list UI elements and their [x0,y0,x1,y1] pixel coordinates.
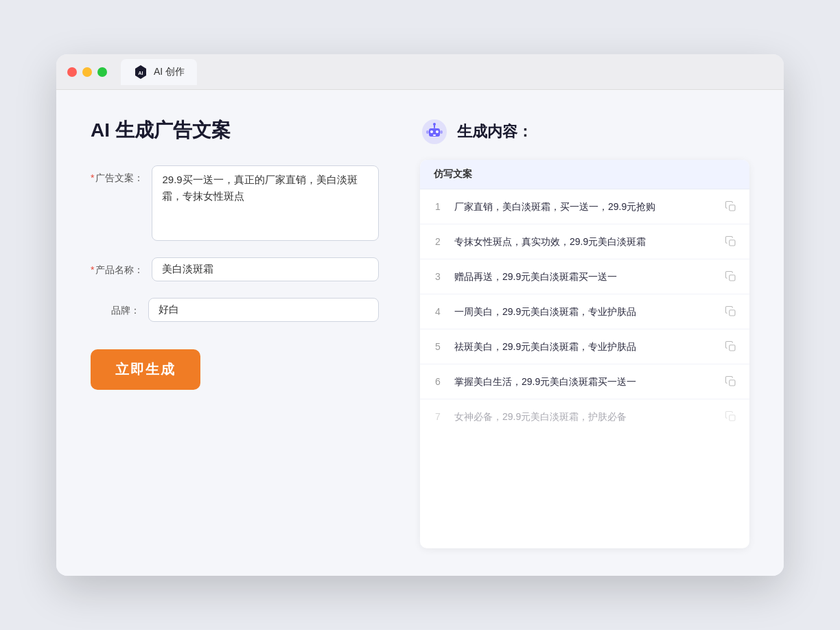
brand-input[interactable] [148,298,379,322]
result-row-5: 5 祛斑美白，29.9元美白淡斑霜，专业护肤品 [420,329,749,364]
brand-row: 品牌： [91,298,379,322]
row-number-6: 6 [431,376,445,387]
maximize-button[interactable] [97,67,107,77]
svg-rect-6 [433,135,436,136]
result-header: 生成内容： [420,117,749,146]
result-row-2: 2 专抹女性斑点，真实功效，29.9元美白淡斑霜 [420,224,749,259]
row-text-7: 女神必备，29.9元美白淡斑霜，护肤必备 [454,410,714,424]
result-table: 仿写文案 1 厂家直销，美白淡斑霜，买一送一，29.9元抢购 2 专抹 [420,160,749,548]
main-content: AI 生成广告文案 *广告文案： 29.9买一送一，真正的厂家直销，美白淡斑霜，… [56,90,784,576]
row-number-4: 4 [431,306,445,317]
ai-tab-icon: AI [133,65,148,80]
svg-point-4 [430,130,433,133]
ad-copy-input[interactable]: 29.9买一送一，真正的厂家直销，美白淡斑霜，专抹女性斑点 [152,165,379,241]
result-row-3: 3 赠品再送，29.9元美白淡斑霜买一送一 [420,259,749,294]
close-button[interactable] [67,67,77,77]
copy-button-4[interactable] [723,304,738,319]
ad-copy-label: *广告文案： [91,165,143,185]
svg-rect-9 [426,130,429,134]
svg-rect-16 [730,380,735,386]
generate-button[interactable]: 立即生成 [91,349,200,390]
required-star-1: * [91,172,94,183]
row-text-1: 厂家直销，美白淡斑霜，买一送一，29.9元抢购 [454,200,714,214]
brand-label: 品牌： [91,298,140,317]
traffic-lights [67,67,107,77]
result-title: 生成内容： [457,121,533,142]
required-star-2: * [91,264,94,275]
row-number-2: 2 [431,236,445,247]
result-row-4: 4 一周美白，29.9元美白淡斑霜，专业护肤品 [420,294,749,329]
svg-rect-15 [730,345,735,351]
copy-button-2[interactable] [723,234,738,249]
result-row-6: 6 掌握美白生活，29.9元美白淡斑霜买一送一 [420,364,749,399]
row-number-1: 1 [431,201,445,212]
svg-rect-10 [440,130,443,134]
result-row-7: 7 女神必备，29.9元美白淡斑霜，护肤必备 [420,399,749,434]
result-row-1: 1 厂家直销，美白淡斑霜，买一送一，29.9元抢购 [420,189,749,224]
svg-rect-11 [730,205,735,211]
row-text-5: 祛斑美白，29.9元美白淡斑霜，专业护肤品 [454,340,714,354]
result-table-header: 仿写文案 [420,160,749,189]
minimize-button[interactable] [82,67,92,77]
copy-button-5[interactable] [723,339,738,354]
right-panel: 生成内容： 仿写文案 1 厂家直销，美白淡斑霜，买一送一，29.9元抢购 [420,117,749,548]
titlebar: AI AI 创作 [56,54,784,90]
row-number-7: 7 [431,411,445,422]
product-name-label: *产品名称： [91,257,143,277]
row-text-4: 一周美白，29.9元美白淡斑霜，专业护肤品 [454,305,714,319]
row-number-3: 3 [431,271,445,282]
svg-rect-17 [730,415,735,421]
svg-text:AI: AI [138,69,143,75]
copy-button-3[interactable] [723,269,738,284]
row-text-2: 专抹女性斑点，真实功效，29.9元美白淡斑霜 [454,235,714,249]
product-name-row: *产品名称： [91,257,379,281]
svg-rect-12 [730,240,735,246]
copy-button-7[interactable] [723,409,738,424]
ai-creation-tab[interactable]: AI AI 创作 [121,59,197,85]
row-text-6: 掌握美白生活，29.9元美白淡斑霜买一送一 [454,375,714,389]
tab-label: AI 创作 [154,66,185,78]
left-panel: AI 生成广告文案 *广告文案： 29.9买一送一，真正的厂家直销，美白淡斑霜，… [91,117,379,548]
svg-rect-14 [730,310,735,316]
svg-point-5 [436,130,439,133]
robot-icon [420,117,449,146]
row-number-5: 5 [431,341,445,352]
svg-point-8 [433,123,436,126]
copy-button-6[interactable] [723,374,738,389]
page-title: AI 生成广告文案 [91,117,379,143]
browser-window: AI AI 创作 AI 生成广告文案 *广告文案： 29.9买一送一，真正的厂家… [56,54,784,576]
row-text-3: 赠品再送，29.9元美白淡斑霜买一送一 [454,270,714,284]
svg-rect-13 [730,275,735,281]
product-name-input[interactable] [152,257,379,281]
copy-button-1[interactable] [723,199,738,214]
ad-copy-row: *广告文案： 29.9买一送一，真正的厂家直销，美白淡斑霜，专抹女性斑点 [91,165,379,241]
